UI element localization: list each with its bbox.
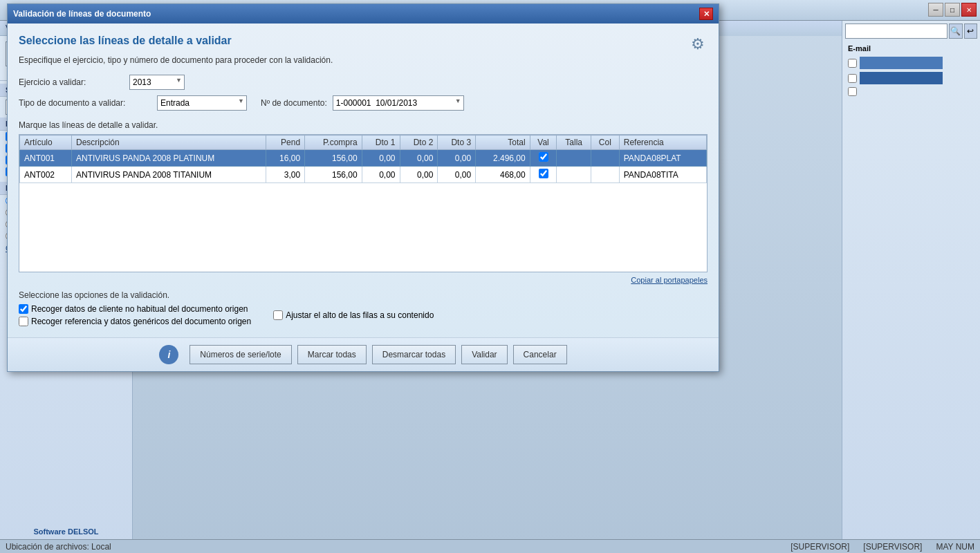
email-row-2 xyxy=(842,71,980,86)
email-section-label: E-mail xyxy=(842,41,980,55)
th-dto2: Dto 2 xyxy=(400,135,438,150)
email-bar-2 xyxy=(860,72,943,84)
minimize-btn[interactable]: ─ xyxy=(928,3,943,17)
td-pend-1: 3,00 xyxy=(266,167,305,183)
right-search-btn[interactable]: 🔍 xyxy=(949,24,963,39)
td-talla-0 xyxy=(557,150,591,167)
marque-label: Marque las líneas de detalle a validar. xyxy=(19,120,708,130)
cancelar-btn[interactable]: Cancelar xyxy=(513,345,567,364)
th-referencia: Referencia xyxy=(619,135,706,150)
th-pcompra: P.compra xyxy=(305,135,362,150)
dialog-titlebar: Validación de líneas de documento ✕ xyxy=(8,4,719,24)
dialog-title: Validación de líneas de documento xyxy=(13,9,151,19)
th-val: Val xyxy=(530,135,557,150)
maximize-btn[interactable]: □ xyxy=(945,3,960,17)
option-item-1: Recoger datos de cliente no habitual del… xyxy=(19,304,251,314)
table-body: ANT001 ANTIVIRUS PANDA 2008 PLATINUM 16,… xyxy=(20,150,707,183)
th-total: Total xyxy=(476,135,530,150)
option-check-1[interactable] xyxy=(19,304,28,314)
td-pend-0: 16,00 xyxy=(266,150,305,167)
ejercicio-row: Ejercicio a validar: 2013 ▼ xyxy=(19,75,708,90)
td-total-1: 468,00 xyxy=(476,167,530,183)
desmarcar-todas-btn[interactable]: Desmarcar todas xyxy=(372,345,456,364)
td-articulo-0: ANT001 xyxy=(20,150,72,167)
lines-table-wrapper: Artículo Descripción Pend P.compra Dto 1… xyxy=(19,134,708,272)
lines-table: Artículo Descripción Pend P.compra Dto 1… xyxy=(19,135,707,183)
option-item-3: Ajustar el alto de las filas a su conten… xyxy=(273,304,434,326)
td-articulo-1: ANT002 xyxy=(20,167,72,183)
val-checkbox-1[interactable] xyxy=(539,169,548,178)
dialog-close-button[interactable]: ✕ xyxy=(699,8,713,20)
sidebar-footer: Software DELSOL xyxy=(0,527,132,536)
td-val-1 xyxy=(530,167,557,183)
info-icon: i xyxy=(159,345,178,364)
th-pend: Pend xyxy=(266,135,305,150)
td-col-1 xyxy=(591,167,619,183)
email-check-3[interactable] xyxy=(848,87,857,96)
validar-btn[interactable]: Validar xyxy=(461,345,507,364)
th-dto1: Dto 1 xyxy=(362,135,400,150)
tipo-select[interactable]: Entrada xyxy=(157,95,247,111)
close-btn[interactable]: ✕ xyxy=(961,3,977,17)
email-row-3 xyxy=(842,86,980,97)
td-dto1-0: 0,00 xyxy=(362,150,400,167)
ejercicio-select-wrapper: 2013 ▼ xyxy=(129,75,185,90)
dialog-header-title: Seleccione las líneas de detalle a valid… xyxy=(19,35,708,47)
td-dto1-1: 0,00 xyxy=(362,167,400,183)
ejercicio-select[interactable]: 2013 xyxy=(129,75,185,90)
option-label-2: Recoger referencia y datos genéricos del… xyxy=(31,317,251,326)
email-check-1[interactable] xyxy=(848,59,857,68)
email-row-1 xyxy=(842,55,980,71)
th-dto3: Dto 3 xyxy=(438,135,476,150)
copy-link-area: Copiar al portapapeles xyxy=(19,275,708,285)
table-row-0[interactable]: ANT001 ANTIVIRUS PANDA 2008 PLATINUM 16,… xyxy=(20,150,707,167)
tipo-select-wrapper: Entrada ▼ xyxy=(157,95,247,111)
nro-doc-input[interactable] xyxy=(333,95,464,111)
header-row: Artículo Descripción Pend P.compra Dto 1… xyxy=(20,135,707,150)
statusbar-sup2: [SUPERVISOR] xyxy=(863,542,922,552)
option-check-3[interactable] xyxy=(273,310,283,320)
nro-doc-wrapper: ▼ xyxy=(333,95,464,111)
option-label-1: Recoger datos de cliente no habitual del… xyxy=(31,304,248,314)
right-search-input[interactable] xyxy=(845,24,947,39)
software-label: Software DELSOL xyxy=(33,527,98,536)
table-row-1[interactable]: ANT002 ANTIVIRUS PANDA 2008 TITANIUM 3,0… xyxy=(20,167,707,183)
right-search-area: 🔍 ↩ xyxy=(842,21,980,41)
statusbar: Ubicación de archivos: Local [SUPERVISOR… xyxy=(0,539,980,553)
right-nav-btn[interactable]: ↩ xyxy=(964,24,978,39)
val-checkbox-0[interactable] xyxy=(539,152,548,162)
td-dto2-0: 0,00 xyxy=(400,150,438,167)
ejercicio-label: Ejercicio a validar: xyxy=(19,77,129,87)
td-descripcion-0: ANTIVIRUS PANDA 2008 PLATINUM xyxy=(72,150,266,167)
td-referencia-0: PANDA08PLAT xyxy=(619,150,706,167)
options-title: Seleccione las opciones de la validación… xyxy=(19,290,708,300)
tipo-row: Tipo de documento a validar: Entrada ▼ N… xyxy=(19,95,708,111)
td-val-0 xyxy=(530,150,557,167)
nro-doc-label: Nº de documento: xyxy=(261,98,327,108)
titlebar-controls: ─ □ ✕ xyxy=(928,3,977,17)
statusbar-keys: MAY NUM xyxy=(936,542,974,552)
copy-portapapeles-btn[interactable]: Copiar al portapapeles xyxy=(631,276,708,284)
tipo-label: Tipo de documento a validar: xyxy=(19,98,157,108)
options-col-left: Recoger datos de cliente no habitual del… xyxy=(19,304,251,326)
option-check-2[interactable] xyxy=(19,317,28,326)
statusbar-right: [SUPERVISOR] [SUPERVISOR] MAY NUM xyxy=(791,542,974,552)
email-check-2[interactable] xyxy=(848,74,857,83)
right-panel: 🔍 ↩ E-mail xyxy=(842,21,980,553)
dialog-body: ⚙ Seleccione las líneas de detalle a val… xyxy=(8,24,719,337)
td-referencia-1: PANDA08TITA xyxy=(619,167,706,183)
options-section: Seleccione las opciones de la validación… xyxy=(19,290,708,326)
email-bar-1 xyxy=(860,57,943,69)
validation-dialog: Validación de líneas de documento ✕ ⚙ Se… xyxy=(7,3,719,372)
options-row: Recoger datos de cliente no habitual del… xyxy=(19,304,708,326)
td-pcompra-1: 156,00 xyxy=(305,167,362,183)
td-talla-1 xyxy=(557,167,591,183)
settings-icon[interactable]: ⚙ xyxy=(691,35,705,53)
numeros-serie-btn[interactable]: Números de serie/lote xyxy=(189,345,291,364)
td-dto2-1: 0,00 xyxy=(400,167,438,183)
td-pcompra-0: 156,00 xyxy=(305,150,362,167)
statusbar-left: Ubicación de archivos: Local xyxy=(6,542,111,552)
marcar-todas-btn[interactable]: Marcar todas xyxy=(297,345,367,364)
statusbar-sup1: [SUPERVISOR] xyxy=(791,542,849,552)
th-articulo: Artículo xyxy=(20,135,72,150)
